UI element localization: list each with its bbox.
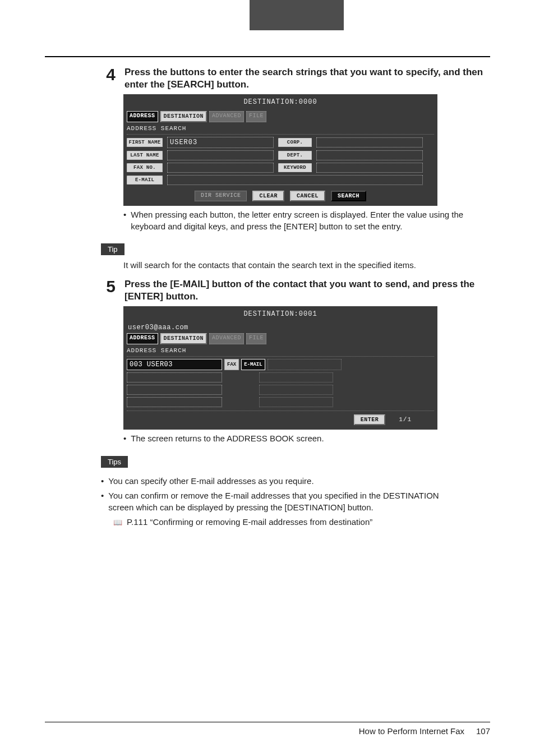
- note-2: The screen returns to the ADDRESS BOOK s…: [123, 433, 482, 444]
- tab-file-2[interactable]: FILE: [246, 333, 266, 344]
- dept-button[interactable]: DEPT.: [278, 151, 312, 160]
- email-value: [167, 175, 423, 185]
- first-name-button[interactable]: FIRST NAME: [127, 138, 163, 147]
- result-row-2-empty: [127, 372, 222, 382]
- fax-no-value: [167, 163, 274, 173]
- result-row-2b-empty: [259, 372, 333, 382]
- result-row-1-fax-button[interactable]: FAX: [224, 359, 239, 370]
- step-5-number: 5: [101, 278, 116, 295]
- tip-text: It will search for the contacts that con…: [123, 260, 416, 270]
- lcd1-title: DESTINATION:0000: [127, 96, 434, 111]
- reference-link: P.111 “Confirming or removing E-mail add…: [113, 517, 460, 528]
- last-name-value: [167, 150, 274, 160]
- footer: How to Perform Internet Fax 107: [359, 726, 490, 737]
- tab-address-2[interactable]: ADDRESS: [127, 333, 158, 344]
- header-rule: [45, 56, 490, 57]
- result-row-4-empty: [127, 397, 222, 407]
- enter-button[interactable]: ENTER: [354, 414, 386, 426]
- tip-item-2: You can confirm or remove the E-mail add…: [101, 490, 460, 513]
- footer-title: How to Perform Internet Fax: [359, 726, 464, 736]
- lcd2-selected-address: user03@aaa.com: [127, 323, 434, 333]
- bullet-icon: [123, 209, 126, 232]
- step-4-number: 4: [101, 66, 116, 83]
- header-tab-block: [250, 0, 344, 30]
- step-4: 4 Press the buttons to enter the search …: [101, 66, 490, 91]
- lcd-panel-search-results: DESTINATION:0001 user03@aaa.com ADDRESS …: [123, 306, 437, 430]
- lcd2-title: DESTINATION:0001: [127, 308, 434, 323]
- note-1: When pressing each button, the letter en…: [123, 209, 482, 232]
- tip-item-1: You can specify other E-mail addresses a…: [101, 476, 460, 487]
- corp-button[interactable]: CORP.: [278, 138, 312, 147]
- bullet-icon: [123, 433, 126, 444]
- search-button[interactable]: SEARCH: [331, 191, 366, 202]
- keyword-value: [316, 163, 423, 173]
- tab-destination-2[interactable]: DESTINATION: [160, 333, 207, 344]
- tab-advanced[interactable]: ADVANCED: [209, 111, 244, 122]
- tips-label: Tips: [101, 456, 128, 468]
- clear-button[interactable]: CLEAR: [252, 191, 284, 202]
- lcd1-section-label: ADDRESS SEARCH: [127, 123, 434, 135]
- result-row-1b-empty: [268, 359, 342, 370]
- result-row-3b-empty: [259, 385, 333, 395]
- result-row-4b-empty: [259, 397, 333, 407]
- result-row-1-id: 003: [130, 361, 142, 368]
- result-row-1-email-button[interactable]: E-MAIL: [241, 359, 265, 370]
- corp-value: [316, 137, 423, 147]
- bullet-icon: [101, 476, 104, 487]
- result-row-3-empty: [127, 385, 222, 395]
- step-5-text: Press the [E-MAIL] button of the contact…: [124, 278, 490, 303]
- step-5: 5 Press the [E-MAIL] button of the conta…: [101, 278, 490, 303]
- last-name-button[interactable]: LAST NAME: [127, 151, 163, 160]
- tab-advanced-2[interactable]: ADVANCED: [209, 333, 244, 344]
- bullet-icon: [101, 490, 104, 513]
- step-4-text: Press the buttons to enter the search st…: [124, 66, 490, 91]
- tab-destination[interactable]: DESTINATION: [160, 111, 207, 122]
- note-1-text: When pressing each button, the letter en…: [131, 209, 482, 232]
- dept-value: [316, 150, 423, 160]
- email-button[interactable]: E-MAIL: [127, 176, 163, 185]
- page-indicator: 1/1: [399, 416, 434, 424]
- footer-page: 107: [476, 726, 490, 736]
- book-icon: [113, 517, 122, 528]
- tip-item-2-text: You can confirm or remove the E-mail add…: [108, 490, 460, 513]
- dir-service-button[interactable]: DIR SERVICE: [195, 191, 247, 202]
- tip-label: Tip: [101, 243, 124, 256]
- reference-text: P.111 “Confirming or removing E-mail add…: [127, 517, 372, 528]
- first-name-value: USER03: [167, 137, 274, 148]
- fax-no-button[interactable]: FAX NO.: [127, 163, 163, 172]
- lcd2-section-label: ADDRESS SEARCH: [127, 345, 434, 357]
- lcd-panel-address-search: DESTINATION:0000 ADDRESS DESTINATION ADV…: [123, 94, 437, 206]
- tab-address[interactable]: ADDRESS: [127, 111, 158, 122]
- tab-file[interactable]: FILE: [246, 111, 266, 122]
- result-row-1-name: USER03: [147, 361, 173, 368]
- cancel-button[interactable]: CANCEL: [290, 191, 325, 202]
- footer-rule: [45, 722, 490, 722]
- note-2-text: The screen returns to the ADDRESS BOOK s…: [131, 433, 324, 444]
- tip-item-1-text: You can specify other E-mail addresses a…: [108, 476, 313, 487]
- result-row-1[interactable]: 003 USER03: [127, 359, 222, 370]
- keyword-button[interactable]: KEYWORD: [278, 163, 312, 172]
